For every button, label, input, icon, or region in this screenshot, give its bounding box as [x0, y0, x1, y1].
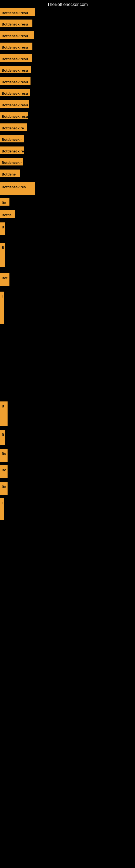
bottleneck-result-item[interactable]: Bottleneck resu — [0, 20, 32, 27]
bottleneck-result-item[interactable]: Bottleneck res — [0, 182, 35, 195]
bottleneck-result-item[interactable]: Bottleneck re — [0, 123, 27, 131]
bottleneck-result-item[interactable]: Bottle — [0, 210, 15, 218]
bottleneck-result-item[interactable]: Bottlene — [0, 169, 20, 177]
bottleneck-result-item[interactable]: Bottleneck resu — [0, 66, 31, 73]
bottleneck-result-item[interactable]: Bottleneck r — [0, 158, 23, 165]
bottleneck-result-item[interactable]: l — [0, 498, 4, 520]
bottleneck-result-item[interactable]: Bottleneck resu — [0, 31, 34, 39]
bottleneck-result-item[interactable]: Bo — [0, 198, 9, 206]
bottleneck-result-item[interactable]: Bot — [0, 273, 9, 286]
bottleneck-result-item[interactable]: Bo — [0, 465, 8, 478]
bottleneck-result-item[interactable]: B — [0, 430, 5, 445]
bottleneck-result-item[interactable]: Bottleneck resu — [0, 54, 32, 62]
bottleneck-result-item[interactable]: Bottleneck resu — [0, 42, 32, 50]
bottleneck-result-item[interactable]: Bottleneck re — [0, 147, 24, 154]
bottleneck-result-item[interactable]: B — [0, 243, 5, 267]
bottleneck-result-item[interactable]: Bottleneck resu — [0, 89, 30, 96]
bottleneck-result-item[interactable]: B — [0, 401, 8, 426]
bottleneck-result-item[interactable]: Bottleneck resu — [0, 100, 29, 108]
bottleneck-result-item[interactable]: B — [0, 222, 5, 235]
bottleneck-result-item[interactable]: Bottleneck resu — [0, 8, 35, 16]
bottleneck-result-item[interactable]: Bo — [0, 449, 8, 462]
bottleneck-result-item[interactable]: Bottleneck r — [0, 135, 24, 143]
site-title: TheBottlenecker.com — [0, 0, 135, 9]
bottleneck-result-item[interactable]: l — [0, 291, 4, 324]
bottleneck-result-item[interactable]: Bottleneck resu — [0, 77, 31, 85]
bottleneck-result-item[interactable]: Bottleneck resu — [0, 112, 28, 119]
bottleneck-result-item[interactable]: Bo — [0, 482, 8, 495]
